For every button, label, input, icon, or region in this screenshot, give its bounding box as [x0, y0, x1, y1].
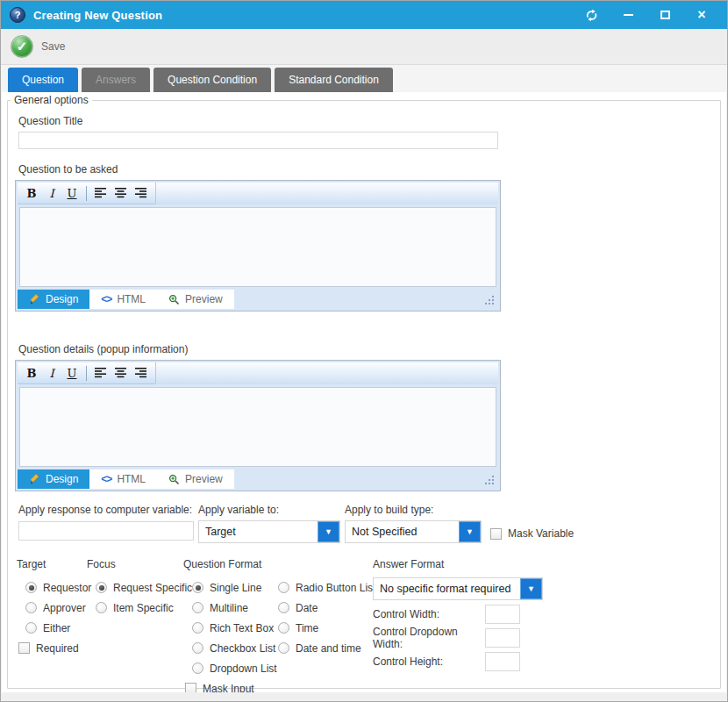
editor-toolbar: B I U: [18, 362, 498, 384]
group-legend: General options: [11, 94, 92, 106]
help-icon[interactable]: ?: [10, 7, 25, 23]
preview-tab[interactable]: Preview: [157, 469, 234, 489]
computer-variable-input[interactable]: [18, 521, 194, 541]
radio-dropdown-list[interactable]: Dropdown List: [183, 658, 269, 678]
radio-radio-button-list[interactable]: Radio Button List: [269, 577, 375, 598]
focus-group: Focus Request Specific Item Specific: [87, 558, 183, 618]
question-format-group: Question Format Single Line Multiline: [183, 558, 373, 698]
control-dropdown-width-input[interactable]: [485, 628, 520, 648]
answer-format-group: Answer Format No specific format require…: [373, 558, 557, 671]
design-tab[interactable]: Design: [18, 469, 89, 489]
radio-icon: [192, 582, 203, 593]
align-left-button[interactable]: [91, 364, 111, 383]
align-right-button[interactable]: [132, 184, 151, 203]
magnifier-plus-icon: [168, 474, 180, 485]
refresh-icon: [585, 9, 598, 22]
html-tab[interactable]: <> HTML: [89, 469, 157, 489]
align-center-button[interactable]: [111, 364, 131, 383]
radio-label: Single Line: [210, 582, 261, 594]
align-right-button[interactable]: [132, 364, 151, 383]
required-checkbox[interactable]: Required: [17, 638, 87, 658]
control-height-input[interactable]: [485, 652, 520, 671]
radio-approver[interactable]: Approver: [17, 598, 87, 618]
tab-answers[interactable]: Answers: [82, 68, 150, 92]
mask-variable-checkbox[interactable]: Mask Variable: [490, 527, 574, 540]
italic-button[interactable]: I: [42, 364, 61, 383]
html-tab[interactable]: <> HTML: [89, 290, 157, 309]
editor-content-area[interactable]: [19, 207, 496, 287]
answer-format-group-label: Answer Format: [373, 558, 557, 570]
code-icon: <>: [101, 473, 111, 485]
question-title-input[interactable]: [18, 132, 498, 149]
checkbox-icon: [18, 642, 30, 654]
html-tab-label: HTML: [117, 473, 146, 485]
close-button[interactable]: ×: [694, 7, 710, 23]
editor-mode-tabs: Design <> HTML Preview: [18, 290, 234, 309]
radio-requestor[interactable]: Requestor: [17, 577, 87, 598]
target-group-label: Target: [17, 558, 87, 570]
pencil-icon: [29, 474, 40, 485]
maximize-icon: [660, 11, 670, 19]
radio-request-specific[interactable]: Request Specific: [87, 577, 183, 598]
design-tab[interactable]: Design: [18, 290, 89, 309]
radio-label: Request Specific: [113, 582, 192, 594]
radio-label: Rich Text Box: [210, 622, 274, 634]
align-center-icon: [115, 188, 127, 198]
editor-button-group: B I U: [18, 183, 156, 204]
tab-question[interactable]: Question: [8, 68, 78, 92]
radio-date-and-time[interactable]: Date and time: [269, 638, 375, 658]
underline-button[interactable]: U: [62, 364, 82, 383]
design-tab-label: Design: [46, 473, 78, 485]
radio-date[interactable]: Date: [269, 598, 375, 618]
radio-icon: [25, 582, 37, 593]
title-bar: ? Creating New Question ×: [1, 1, 727, 29]
checkbox-label: Required: [36, 642, 79, 655]
resize-grip[interactable]: [485, 296, 495, 305]
radio-time[interactable]: Time: [269, 618, 375, 638]
radio-checkbox-list[interactable]: Checkbox List: [183, 638, 269, 658]
radio-label: Dropdown List: [210, 663, 277, 675]
apply-variable-to-dropdown[interactable]: Target ▼: [198, 520, 340, 543]
editor-content-area[interactable]: [19, 387, 496, 467]
checkbox-label: Mask Input: [203, 683, 254, 695]
refresh-button[interactable]: [583, 7, 599, 23]
save-button[interactable]: ✓ Save: [11, 35, 65, 58]
resize-grip[interactable]: [485, 476, 495, 485]
align-center-button[interactable]: [111, 184, 131, 203]
window-controls: ×: [583, 7, 718, 23]
bold-button[interactable]: B: [22, 184, 41, 203]
radio-icon: [192, 622, 203, 634]
checkbox-icon: [490, 528, 502, 540]
bold-button[interactable]: B: [22, 364, 41, 383]
apply-response-label: Apply response to computer variable:: [18, 504, 198, 516]
italic-button[interactable]: I: [42, 184, 61, 203]
radio-multiline[interactable]: Multiline: [183, 598, 269, 618]
dropdown-selected-value: Target: [199, 521, 318, 542]
details-richtext-editor: B I U: [15, 360, 501, 491]
apply-variable-to-label: Apply variable to:: [198, 504, 345, 516]
chevron-down-icon: ▼: [318, 521, 339, 542]
radio-single-line[interactable]: Single Line: [183, 577, 269, 598]
save-button-label: Save: [41, 40, 65, 53]
underline-button[interactable]: U: [62, 184, 82, 203]
maximize-button[interactable]: [657, 7, 673, 23]
question-richtext-editor: B I U: [15, 180, 501, 312]
mask-input-checkbox[interactable]: Mask Input: [183, 678, 269, 698]
preview-tab[interactable]: Preview: [157, 290, 234, 309]
radio-rich-text-box[interactable]: Rich Text Box: [183, 618, 269, 638]
minimize-button[interactable]: [620, 7, 636, 23]
editor-button-group: B I U: [18, 362, 156, 384]
editor-mode-tabs: Design <> HTML Preview: [18, 469, 234, 489]
align-left-icon: [95, 368, 107, 378]
align-left-button[interactable]: [91, 184, 111, 203]
answer-format-dropdown[interactable]: No specific format required ▼: [373, 577, 543, 600]
radio-icon: [278, 582, 289, 593]
save-check-icon: ✓: [11, 35, 33, 58]
radio-either[interactable]: Either: [17, 618, 87, 638]
tab-standard-condition[interactable]: Standard Condition: [275, 68, 393, 92]
editor-footer: Design <> HTML Preview: [18, 290, 498, 309]
radio-item-specific[interactable]: Item Specific: [87, 598, 183, 618]
apply-build-type-dropdown[interactable]: Not Specified ▼: [345, 520, 482, 543]
tab-question-condition[interactable]: Question Condition: [153, 68, 271, 92]
control-width-input[interactable]: [485, 605, 520, 624]
